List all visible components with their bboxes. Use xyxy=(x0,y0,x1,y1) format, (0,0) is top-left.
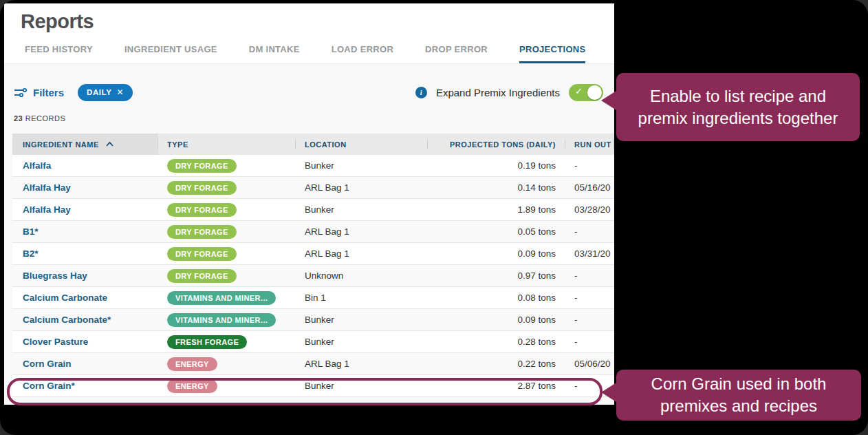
column-header-label: INGREDIENT NAME xyxy=(23,140,99,149)
tab-feed-history[interactable]: FEED HISTORY xyxy=(25,38,93,63)
filters-icon xyxy=(14,87,28,98)
projected-tons-cell: 2.87 tons xyxy=(428,375,565,396)
run-out-date-cell: 03/28/20 xyxy=(565,199,614,220)
type-cell: VITAMINS AND MINER... xyxy=(158,287,296,308)
report-tabs: FEED HISTORYINGREDIENT USAGEDM INTAKELOA… xyxy=(4,38,614,64)
projected-tons-cell: 0.09 tons xyxy=(428,309,565,330)
run-out-date-cell: 05/06/20 xyxy=(565,353,614,374)
reports-app-window: Reports FEED HISTORYINGREDIENT USAGEDM I… xyxy=(4,3,614,405)
type-cell: DRY FORAGE xyxy=(158,155,296,176)
tab-label: PROJECTIONS xyxy=(519,44,585,54)
type-badge: DRY FORAGE xyxy=(167,203,237,217)
run-out-date-cell: - xyxy=(565,155,614,176)
ingredient-name-link[interactable]: Alfalfa Hay xyxy=(12,199,158,220)
table-body: Alfalfa DRY FORAGE Bunker 0.19 tons - Al… xyxy=(12,155,614,397)
location-cell: Bunker xyxy=(296,331,428,352)
run-out-date-cell: 03/31/20 xyxy=(565,243,614,264)
location-cell: Bunker xyxy=(296,199,428,220)
projected-tons-cell: 1.89 tons xyxy=(428,199,565,220)
ingredient-name-link[interactable]: Alfalfa Hay xyxy=(12,177,158,198)
tab-ingredient-usage[interactable]: INGREDIENT USAGE xyxy=(124,38,217,63)
ingredient-name-link[interactable]: B2* xyxy=(12,243,158,264)
type-badge: DRY FORAGE xyxy=(167,247,237,261)
expand-premix-label: Expand Premix Ingredients xyxy=(436,87,560,98)
table-row: B1* DRY FORAGE ARL Bag 1 0.05 tons - xyxy=(12,221,614,243)
location-cell: Bin 1 xyxy=(296,287,428,308)
location-cell: Bunker xyxy=(296,375,428,396)
column-header-run-out-date[interactable]: RUN OUT DATE xyxy=(565,134,614,155)
type-cell: VITAMINS AND MINER... xyxy=(158,309,296,330)
type-badge: VITAMINS AND MINER... xyxy=(167,291,276,305)
projected-tons-cell: 0.09 tons xyxy=(428,243,565,264)
projected-tons-cell: 0.97 tons xyxy=(428,265,565,286)
column-header-ingredient-name[interactable]: INGREDIENT NAME xyxy=(12,134,158,155)
run-out-date-cell: - xyxy=(565,221,614,242)
run-out-date-cell: - xyxy=(565,287,614,308)
type-badge: VITAMINS AND MINER... xyxy=(167,313,276,327)
type-cell: DRY FORAGE xyxy=(158,265,296,286)
callout-text-line: premix ingredients together xyxy=(638,107,838,129)
projected-tons-cell: 0.08 tons xyxy=(428,287,565,308)
run-out-date-cell: - xyxy=(565,331,614,352)
tab-label: LOAD ERROR xyxy=(332,44,393,54)
annotation-callout-toggle: Enable to list recipe and premix ingredi… xyxy=(616,73,860,141)
expand-premix-toggle[interactable]: ✓ xyxy=(569,84,603,101)
filter-chip-label: DAILY xyxy=(87,88,111,96)
table-row: Corn Grain ENERGY ARL Bag 1 0.22 tons 05… xyxy=(12,353,614,375)
ingredient-name-link[interactable]: Bluegrass Hay xyxy=(12,265,158,286)
annotation-callout-corn-grain: Corn Grain used in both premixes and rec… xyxy=(616,370,861,421)
ingredient-name-link[interactable]: Corn Grain xyxy=(12,353,158,374)
type-cell: ENERGY xyxy=(158,353,296,374)
info-icon[interactable]: i xyxy=(415,87,427,98)
chip-remove-icon[interactable]: ✕ xyxy=(116,87,124,97)
location-cell: ARL Bag 1 xyxy=(296,177,428,198)
location-cell: Unknown xyxy=(296,265,428,286)
projected-tons-cell: 0.05 tons xyxy=(428,221,565,242)
column-header-type[interactable]: TYPE xyxy=(158,134,296,155)
type-cell: DRY FORAGE xyxy=(158,243,296,264)
run-out-date-cell: 05/16/20 xyxy=(565,177,614,198)
tab-label: DROP ERROR xyxy=(425,44,488,54)
location-cell: ARL Bag 1 xyxy=(296,243,428,264)
table-row: Calcium Carbonate* VITAMINS AND MINER...… xyxy=(12,309,614,331)
column-header-location[interactable]: LOCATION xyxy=(296,134,428,155)
table-row: Bluegrass Hay DRY FORAGE Unknown 0.97 to… xyxy=(12,265,614,287)
records-label: RECORDS xyxy=(25,114,66,123)
location-cell: ARL Bag 1 xyxy=(296,221,428,242)
type-badge: ENERGY xyxy=(167,357,217,371)
ingredient-name-link[interactable]: B1* xyxy=(12,221,158,242)
ingredient-name-link[interactable]: Corn Grain* xyxy=(12,375,158,396)
projections-content: Filters DAILY ✕ i Expand Premix Ingredie… xyxy=(4,64,614,405)
location-cell: Bunker xyxy=(296,155,428,176)
sort-ascending-icon xyxy=(106,142,113,147)
table-row: B2* DRY FORAGE ARL Bag 1 0.09 tons 03/31… xyxy=(12,243,614,265)
tab-dm-intake[interactable]: DM INTAKE xyxy=(249,38,300,63)
column-header-projected-tons[interactable]: PROJECTED TONS (DAILY) xyxy=(428,134,565,155)
app-header: Reports xyxy=(4,3,614,38)
tab-drop-error[interactable]: DROP ERROR xyxy=(425,38,488,63)
filters-button[interactable]: Filters xyxy=(33,87,64,98)
type-badge: DRY FORAGE xyxy=(167,159,237,173)
callout-text-line: premixes and recipes xyxy=(660,395,817,417)
ingredient-name-link[interactable]: Calcium Carbonate* xyxy=(12,309,158,330)
type-badge: DRY FORAGE xyxy=(167,269,237,283)
type-badge: DRY FORAGE xyxy=(167,225,237,239)
annotated-screenshot-canvas: Reports FEED HISTORYINGREDIENT USAGEDM I… xyxy=(0,0,868,435)
tab-projections[interactable]: PROJECTIONS xyxy=(519,38,585,63)
projected-tons-cell: 0.14 tons xyxy=(428,177,565,198)
table-header-row: INGREDIENT NAME TYPE LOCATION PROJECTED … xyxy=(12,134,614,155)
tab-label: INGREDIENT USAGE xyxy=(124,44,217,54)
table-row: Clover Pasture FRESH FORAGE Bunker 0.28 … xyxy=(12,331,614,353)
table-row: Corn Grain* ENERGY Bunker 2.87 tons - xyxy=(12,375,614,397)
type-cell: DRY FORAGE xyxy=(158,177,296,198)
filters-row: Filters DAILY ✕ i Expand Premix Ingredie… xyxy=(14,82,603,103)
ingredient-name-link[interactable]: Clover Pasture xyxy=(12,331,158,352)
toggle-check-icon: ✓ xyxy=(575,86,583,96)
filter-chip-daily[interactable]: DAILY ✕ xyxy=(78,84,133,101)
type-cell: DRY FORAGE xyxy=(158,221,296,242)
expand-premix-group: i Expand Premix Ingredients ✓ xyxy=(415,84,603,101)
tab-load-error[interactable]: LOAD ERROR xyxy=(332,38,393,63)
ingredient-name-link[interactable]: Alfalfa xyxy=(12,155,158,176)
ingredient-name-link[interactable]: Calcium Carbonate xyxy=(12,287,158,308)
type-badge: DRY FORAGE xyxy=(167,181,237,195)
